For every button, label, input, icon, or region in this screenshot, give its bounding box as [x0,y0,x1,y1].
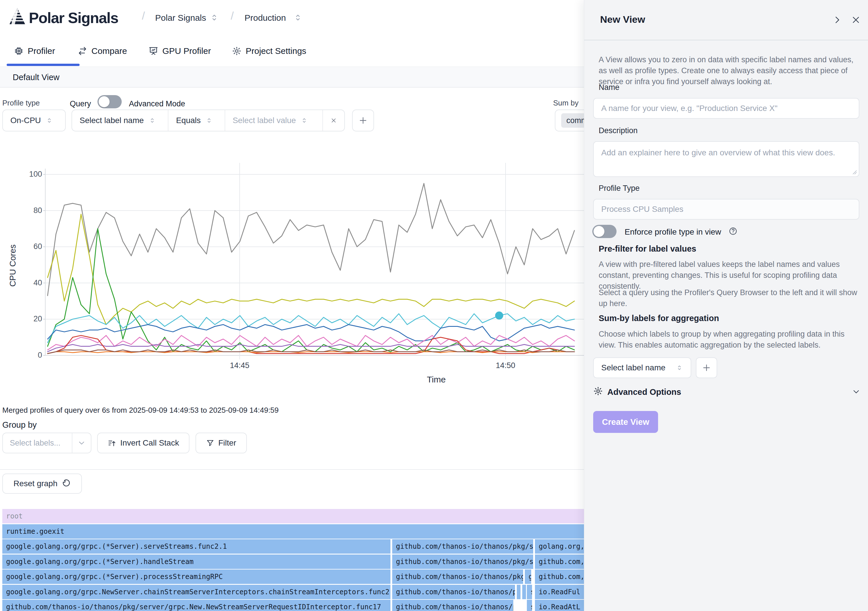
y-tick-label: 20 [0,314,42,323]
chevron-up-down-icon [205,117,213,124]
tab-compare[interactable]: Compare [78,46,127,56]
highlighted-datapoint[interactable] [495,312,503,320]
flame-node[interactable]: google.golang.org/grpc.(*Server).process… [2,569,391,584]
logo-wordmark[interactable]: Polar Signals [29,9,118,26]
flame-node[interactable]: io.ReadAtL [535,600,584,611]
toggle-knob [99,96,110,107]
chevron-right-icon[interactable] [832,15,842,25]
chevron-up-down-icon [676,364,683,371]
flame-node[interactable]: runtime.goexit [2,524,584,539]
reset-graph-label: Reset graph [14,479,58,488]
profile-type-value: Process CPU Samples [601,205,684,214]
group-by-chevron-section[interactable] [72,433,91,453]
flame-graph: rootruntime.goexitgoogle.golang.org/grpc… [0,509,584,611]
app-root: Polar Signals / Polar Signals / Producti… [0,0,868,611]
flame-node[interactable] [517,585,521,599]
tab-label: Project Settings [246,46,306,56]
tab-gpu-profiler[interactable]: GPU Profiler [149,46,211,56]
tab-label: GPU Profiler [162,46,211,56]
merged-profiles-summary: Merged profiles of query over 6s from 20… [2,406,279,415]
breadcrumb-org[interactable]: Polar Signals [155,13,206,23]
remove-matcher-button[interactable] [322,110,344,131]
gear-icon [593,386,603,396]
enforce-profile-type-toggle[interactable] [592,225,617,238]
flame-node[interactable]: g [525,569,531,584]
flame-node[interactable]: github.com, [535,555,584,569]
flame-node[interactable]: github.com, [535,569,584,584]
flame-node[interactable]: github.com/thanos-io/thanos/pkg/ [392,569,523,584]
flame-node[interactable]: io.ReadFul [535,585,584,599]
chevron-up-down-icon [46,117,53,124]
breadcrumb-separator: / [142,10,145,22]
series-olive [48,214,574,325]
help-circle-icon[interactable] [728,227,738,236]
flame-node-root[interactable]: root [2,509,584,523]
active-tab-indicator [7,64,80,66]
panel-title: New View [600,14,645,25]
y-tick-label: 80 [0,206,42,215]
chevron-down-icon[interactable] [852,387,860,396]
invert-call-stack-button[interactable]: Invert Call Stack [97,433,189,453]
flame-node[interactable]: google.golang.org/grpc.(*Server).serveSt… [2,539,391,554]
sumby-add-label-button[interactable] [696,357,717,378]
view-name-input[interactable]: A name for your view, e.g. "Production S… [593,98,859,119]
flame-node[interactable]: s [527,585,532,599]
flame-node[interactable]: google.golang.org/grpc.(*Server).handleS… [2,555,391,569]
name-label: Name [599,83,619,92]
flame-node[interactable]: github.com/thanos-io/thanos/p [392,585,515,599]
operator-select[interactable]: Equals [168,110,224,131]
new-view-panel: New View A View allows you to zero in on… [584,0,868,611]
cpu-chip-icon [14,46,24,56]
label-name-select[interactable]: Select label name [72,110,168,131]
panel-header-divider [584,40,868,40]
profile-type-input[interactable]: Process CPU Samples [593,199,859,220]
create-view-button[interactable]: Create View [593,411,658,433]
tab-profiler[interactable]: Profiler [14,46,55,56]
presentation-chart-icon [149,46,158,56]
invert-call-stack-label: Invert Call Stack [120,438,179,448]
group-by-select[interactable]: Select labels... [2,433,91,453]
cpu-usage-chart[interactable] [43,157,584,363]
flame-node[interactable] [522,585,526,599]
sum-by-label: Sum by [553,99,578,108]
filter-button[interactable]: Filter [195,433,247,453]
prefilter-paragraph-1: A view with pre-filtered label values ke… [599,259,860,292]
breadcrumb-project[interactable]: Production [245,13,286,23]
chevron-up-down-icon[interactable] [293,13,303,22]
bars-arrow-up-icon [108,439,116,447]
y-tick-label: 100 [0,170,42,179]
flame-node[interactable]: github.com/thanos-io/thanos/pkg/st [392,539,533,554]
flame-node[interactable]: github.com/thanos-io/thanos/p [392,600,513,611]
flame-node[interactable]: golang.org, [535,539,584,554]
advanced-options-label[interactable]: Advanced Options [607,387,681,397]
filter-label: Filter [218,438,236,448]
close-icon[interactable] [851,15,861,25]
chevron-up-down-icon[interactable] [209,13,219,22]
group-by-label: Group by [2,420,37,430]
sumby-label-placeholder: Select label name [601,363,666,372]
sumby-label-select[interactable]: Select label name [593,357,691,378]
prefilter-paragraph-2: Select a query using the Profiler's Quer… [599,287,860,309]
tab-label: Compare [91,46,127,56]
plus-icon [702,363,711,372]
chevron-up-down-icon [301,117,308,124]
reset-graph-button[interactable]: Reset graph [2,473,82,494]
current-view-label: Default View [13,73,59,82]
profile-type-select[interactable]: On-CPU [2,110,66,131]
panel-intro: A View allows you to zero in on data wit… [599,54,860,87]
view-description-textarea[interactable]: Add an explainer here to give an overvie… [593,141,859,177]
breadcrumb-separator: / [231,10,234,22]
advanced-mode-toggle[interactable] [98,95,122,108]
profile-type-label: Profile Type [599,184,640,193]
flame-node[interactable]: s [527,600,532,611]
add-matcher-button[interactable] [352,110,374,131]
flame-node[interactable]: google.golang.org/grpc.NewServer.chainSt… [2,585,391,599]
resize-handle-icon[interactable] [852,170,857,175]
y-tick-label: 0 [0,351,42,360]
label-value-select[interactable]: Select label value [225,110,322,131]
chevron-down-icon [78,439,86,447]
arrows-right-left-icon [78,46,87,56]
flame-node[interactable]: github.com/thanos-io/thanos/pkg/st [392,555,533,569]
tab-project-settings[interactable]: Project Settings [232,46,306,56]
flame-node[interactable]: github.com/thanos-io/thanos/pkg/server/g… [2,600,391,611]
